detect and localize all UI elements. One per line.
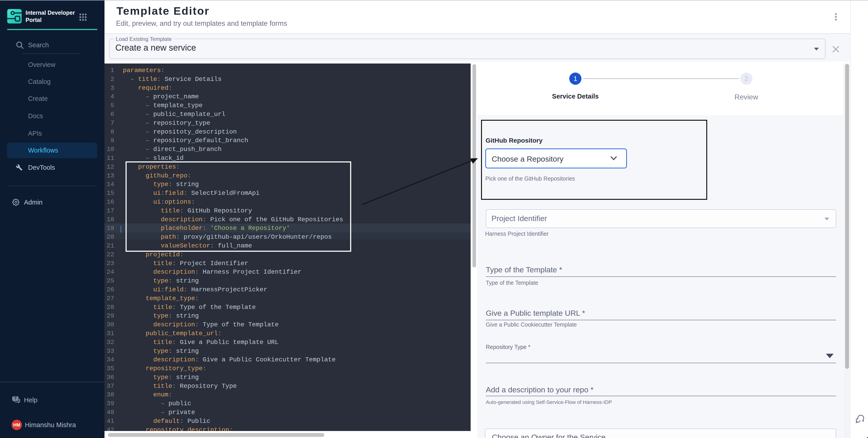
svg-text:?: ?: [14, 396, 17, 401]
